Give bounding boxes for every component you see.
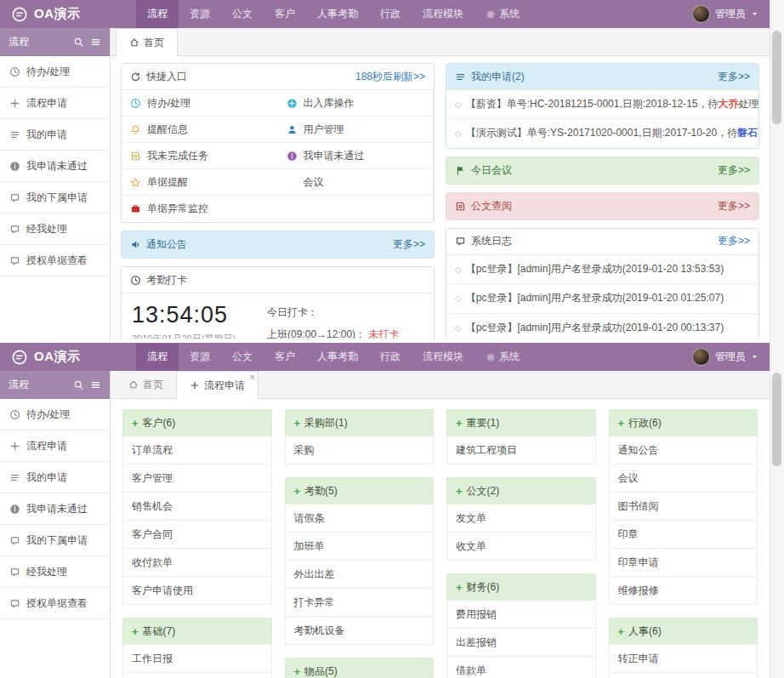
panel-title: 快捷入口 bbox=[146, 70, 350, 84]
nav-item[interactable]: 行政 bbox=[369, 343, 412, 371]
sidebar-item[interactable]: 我的下属申请 bbox=[0, 182, 110, 214]
tab[interactable]: 流程申请 bbox=[176, 371, 258, 399]
sidebar-item[interactable]: 我的下属申请 bbox=[0, 525, 110, 556]
category-header[interactable]: 物品(5) bbox=[285, 658, 435, 678]
nav-item[interactable]: 人事考勤 bbox=[306, 343, 369, 371]
nav-item[interactable]: 公文 bbox=[221, 343, 264, 371]
flow-item[interactable]: 离职申请 bbox=[609, 673, 758, 678]
syslog-more-link[interactable]: 更多>> bbox=[718, 234, 750, 248]
category-header[interactable]: 财务(6) bbox=[446, 573, 596, 601]
flow-item[interactable]: 客户管理 bbox=[122, 464, 272, 493]
sidebar-item[interactable]: 流程申请 bbox=[0, 430, 110, 462]
tab[interactable]: 首页 bbox=[116, 371, 176, 398]
flow-item[interactable]: 印章申请 bbox=[609, 549, 758, 577]
menu-icon[interactable] bbox=[90, 379, 101, 390]
quick-entry[interactable]: 出入库操作 bbox=[278, 90, 435, 117]
nav-item[interactable]: 人事考勤 bbox=[306, 0, 369, 28]
nav-item[interactable]: 系统 bbox=[474, 343, 531, 371]
nav-item[interactable]: 流程模块 bbox=[412, 343, 474, 371]
quick-entry[interactable]: 会议 bbox=[278, 169, 435, 196]
notice-more-link[interactable]: 更多>> bbox=[393, 237, 425, 252]
quick-entry[interactable]: 单据提醒 bbox=[122, 169, 278, 196]
meetings-more-link[interactable]: 更多>> bbox=[718, 163, 750, 178]
quick-entry[interactable]: 单据异常监控 bbox=[122, 196, 278, 222]
flow-item[interactable]: 销售机会 bbox=[122, 493, 272, 521]
quick-entry[interactable]: 待办/处理 bbox=[122, 90, 278, 117]
sidebar-item[interactable]: 我的申请 bbox=[0, 119, 110, 151]
apply-item[interactable]: 【演示测试】单号:YS-20171020-0001,日期:2017-10-20，… bbox=[446, 119, 758, 147]
flow-item[interactable]: 维修报修 bbox=[609, 577, 758, 605]
nav-item[interactable]: 行政 bbox=[369, 0, 412, 28]
quick-entry[interactable] bbox=[278, 196, 435, 222]
flow-item[interactable]: 收文单 bbox=[446, 533, 596, 561]
flow-item[interactable]: 加班单 bbox=[285, 533, 435, 561]
flow-item[interactable]: 收付款单 bbox=[122, 549, 272, 577]
nav-item[interactable]: 公文 bbox=[221, 0, 264, 28]
quick-entry[interactable]: 我未完成任务 bbox=[122, 143, 278, 169]
sidebar-item[interactable]: 经我处理 bbox=[0, 214, 110, 245]
sidebar-item[interactable]: 我的申请 bbox=[0, 462, 110, 493]
flow-item[interactable]: 订单流程 bbox=[122, 436, 272, 464]
nav-item[interactable]: 流程模块 bbox=[412, 0, 474, 28]
category-header[interactable]: 公文(2) bbox=[446, 477, 596, 504]
flow-item[interactable]: 请假条 bbox=[285, 504, 435, 533]
sidebar-item[interactable]: 授权单据查看 bbox=[0, 245, 110, 276]
docs-more-link[interactable]: 更多>> bbox=[718, 199, 750, 214]
flow-item[interactable]: 发文单 bbox=[446, 504, 596, 533]
refresh-countdown-link[interactable]: 188秒后刷新>> bbox=[355, 70, 425, 84]
flow-item[interactable]: 出差报销 bbox=[446, 629, 596, 657]
flow-item[interactable]: 采购 bbox=[285, 436, 435, 464]
search-icon[interactable] bbox=[73, 37, 84, 48]
flow-item[interactable]: 借款单 bbox=[446, 657, 596, 678]
category-header[interactable]: 行政(6) bbox=[609, 409, 758, 436]
flow-item[interactable]: 考勤机设备 bbox=[285, 617, 435, 645]
nav-item[interactable]: 资源 bbox=[179, 0, 221, 28]
nav-item[interactable]: 客户 bbox=[264, 0, 306, 28]
flow-item[interactable]: 建筑工程项目 bbox=[446, 436, 596, 464]
sidebar-item[interactable]: 经我处理 bbox=[0, 556, 110, 588]
quick-entry[interactable]: 我申请未通过 bbox=[278, 143, 435, 169]
flow-item[interactable]: 会议 bbox=[609, 464, 758, 493]
flow-item[interactable]: 通知公告 bbox=[609, 436, 758, 464]
category-header[interactable]: 基础(7) bbox=[122, 618, 272, 645]
apply-item[interactable]: 【薪资】单号:HC-20181215-0001,日期:2018-12-15，待 … bbox=[446, 90, 758, 119]
user-menu[interactable]: 管理员 bbox=[681, 343, 770, 371]
category-header[interactable]: 客户(6) bbox=[122, 409, 272, 436]
sidebar-item[interactable]: 流程申请 bbox=[0, 88, 110, 119]
nav-item[interactable]: 资源 bbox=[179, 343, 221, 371]
search-icon[interactable] bbox=[73, 379, 84, 390]
app-logo[interactable]: OA演示 bbox=[0, 343, 128, 371]
my-apply-more-link[interactable]: 更多>> bbox=[718, 70, 750, 84]
sidebar-item[interactable]: 授权单据查看 bbox=[0, 588, 110, 619]
flow-item[interactable]: 转正申请 bbox=[609, 645, 758, 673]
quick-entry[interactable]: 提醒信息 bbox=[122, 117, 278, 143]
scrollbar-thumb[interactable] bbox=[772, 373, 781, 466]
flow-item[interactable]: 项目 bbox=[122, 673, 272, 678]
sidebar-item[interactable]: 待办/处理 bbox=[0, 56, 110, 88]
nav-item[interactable]: 流程 bbox=[136, 0, 179, 28]
sidebar-item[interactable]: 我申请未通过 bbox=[0, 493, 110, 525]
flow-item[interactable]: 客户申请使用 bbox=[122, 577, 272, 605]
category-header[interactable]: 考勤(5) bbox=[285, 477, 435, 504]
category-header[interactable]: 重要(1) bbox=[446, 409, 596, 436]
flow-item[interactable]: 客户合同 bbox=[122, 521, 272, 549]
scrollbar-thumb[interactable] bbox=[772, 31, 781, 124]
app-logo[interactable]: OA演示 bbox=[0, 0, 128, 28]
flow-item[interactable]: 打卡异常 bbox=[285, 589, 435, 617]
category-header[interactable]: 采购部(1) bbox=[285, 409, 435, 436]
quick-entry[interactable]: 用户管理 bbox=[278, 117, 435, 143]
user-menu[interactable]: 管理员 bbox=[681, 0, 770, 28]
nav-item[interactable]: 流程 bbox=[136, 343, 179, 371]
flow-item[interactable]: 工作日报 bbox=[122, 645, 272, 673]
flow-item[interactable]: 费用报销 bbox=[446, 601, 596, 629]
flow-item[interactable]: 外出出差 bbox=[285, 561, 435, 589]
category-header[interactable]: 人事(6) bbox=[609, 618, 758, 645]
flow-item[interactable]: 印章 bbox=[609, 521, 758, 549]
sidebar-item[interactable]: 我申请未通过 bbox=[0, 151, 110, 182]
flow-item[interactable]: 图书借阅 bbox=[609, 493, 758, 521]
nav-item[interactable]: 系统 bbox=[474, 0, 531, 28]
sidebar-item[interactable]: 待办/处理 bbox=[0, 399, 110, 430]
tab-home[interactable]: 首页 bbox=[116, 28, 178, 56]
nav-item[interactable]: 客户 bbox=[264, 343, 306, 371]
menu-icon[interactable] bbox=[90, 37, 101, 48]
